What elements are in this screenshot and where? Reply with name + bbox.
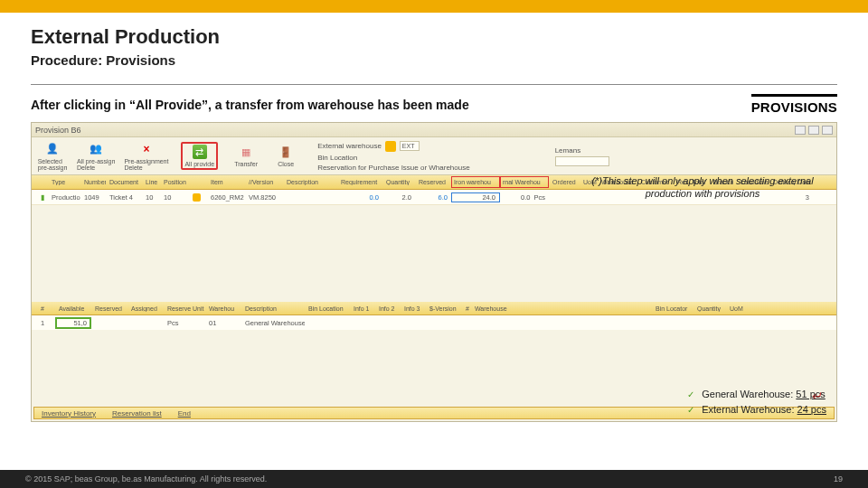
cell: Production bbox=[48, 193, 80, 202]
page-title: External Production bbox=[31, 25, 837, 49]
slide-footer: © 2015 SAP; beas Group, be.as Manufactur… bbox=[0, 470, 868, 488]
minimize-button[interactable] bbox=[795, 126, 806, 135]
cell: 2.0 bbox=[382, 193, 415, 202]
cell-icon bbox=[189, 193, 207, 202]
window-titlebar: Provision B6 bbox=[32, 123, 836, 137]
available-cell: 51,0 bbox=[73, 319, 87, 327]
col-h: Quantity bbox=[382, 179, 415, 185]
col-h: Warehouse bbox=[471, 305, 525, 312]
cell: 6260_RM2 bbox=[207, 193, 245, 202]
page-subtitle: Procedure: Provisions bbox=[31, 52, 837, 68]
reservation-list-button[interactable]: Reservation list bbox=[112, 409, 162, 418]
col-h: Bin Location bbox=[305, 305, 350, 312]
col-h: # bbox=[37, 305, 46, 312]
window-title: Provision B6 bbox=[35, 126, 81, 135]
col-h: Quantity bbox=[693, 305, 726, 312]
step-note: (*)This step will only apply when select… bbox=[585, 175, 820, 201]
lookup-icon[interactable] bbox=[193, 193, 201, 202]
copyright: © 2015 SAP; beas Group, be.as Manufactur… bbox=[25, 474, 267, 483]
transfer-label: Transfer bbox=[234, 161, 258, 167]
external-wh-qty: 24 pcs bbox=[797, 404, 826, 415]
col-h: Iron warehou bbox=[451, 176, 500, 188]
end-button[interactable]: End bbox=[178, 409, 191, 418]
maximize-button[interactable] bbox=[808, 126, 819, 135]
col-h: Assigned bbox=[127, 305, 164, 312]
col-h: Reserved bbox=[91, 305, 127, 312]
col-h: Ordered bbox=[549, 179, 580, 185]
preassignment-delete-button[interactable]: ×Pre-assignment Delete bbox=[124, 142, 168, 171]
bottom-grid-header: # Available Reserved Assigned Reserve Un… bbox=[32, 302, 836, 315]
check-icon: ✓ bbox=[687, 389, 694, 399]
slide-header: External Production Procedure: Provision… bbox=[0, 13, 868, 75]
preassignment-delete-label: Pre-assignment Delete bbox=[124, 158, 168, 171]
col-h: $-Version bbox=[426, 305, 462, 312]
reservation-label: Reservation for Purchase Issue or Whareh… bbox=[317, 164, 470, 172]
toolbar: 👤Selected pre-assign 👥All pre-assign Del… bbox=[32, 137, 836, 175]
transfer-arrows-icon: ⇄ bbox=[193, 145, 207, 159]
warehouse-fields: External warehouseEXT Bin Location Reser… bbox=[317, 141, 470, 172]
ext-wh-input[interactable]: EXT bbox=[400, 141, 420, 151]
col-h: Document bbox=[106, 179, 142, 185]
cell: 0.0 bbox=[521, 193, 530, 202]
person-icon: 👤 bbox=[45, 142, 60, 156]
page-number: 19 bbox=[834, 474, 843, 483]
col-h: Warehou bbox=[205, 305, 241, 312]
cell: 24.0 bbox=[482, 193, 495, 202]
inventory-history-button[interactable]: Inventory History bbox=[42, 409, 96, 418]
transfer-icon: ▦ bbox=[239, 145, 253, 159]
selected-preassign-button[interactable]: 👤Selected pre-assign bbox=[37, 142, 68, 171]
col-h: Number bbox=[80, 179, 106, 185]
col-h: Bin Locator bbox=[652, 305, 693, 312]
cell: Ticket 4 bbox=[106, 193, 142, 202]
cell: Pcs bbox=[533, 193, 545, 202]
col-h: Reserved bbox=[415, 179, 451, 185]
bin-loc-label: Bin Location bbox=[317, 154, 357, 162]
col-h: Requirement bbox=[337, 179, 382, 185]
col-h: Description bbox=[283, 179, 337, 185]
bottom-grid-row[interactable]: 1 51,0 Pcs 01 General Warehouse bbox=[32, 315, 836, 330]
door-icon: 🚪 bbox=[278, 145, 293, 159]
col-h: Position bbox=[160, 179, 189, 185]
divider bbox=[31, 84, 837, 85]
cell: General Warehouse bbox=[241, 319, 305, 327]
ext-wh-label: External warehouse bbox=[317, 142, 382, 150]
col-h: UoM bbox=[726, 305, 748, 312]
all-preassign-button[interactable]: 👥All pre-assign Delete bbox=[77, 142, 115, 171]
col-h: //Version bbox=[245, 179, 283, 185]
col-h: Description bbox=[241, 305, 305, 312]
general-wh-qty: 51 pcs bbox=[796, 389, 825, 399]
cell: 10 bbox=[142, 193, 160, 202]
close-button[interactable] bbox=[822, 126, 833, 135]
cell: 6.0 bbox=[415, 193, 451, 202]
col-h: Info 1 bbox=[350, 305, 375, 312]
general-wh-label: General Warehouse: bbox=[702, 389, 796, 399]
col-h: Type bbox=[48, 179, 80, 185]
col-h: Reserve Unit bbox=[164, 305, 205, 312]
ext-wh-value: EXT bbox=[401, 143, 415, 149]
all-provide-button[interactable]: ⇄All provide bbox=[181, 142, 218, 170]
col-h: Available bbox=[55, 305, 91, 312]
all-preassign-label: All pre-assign Delete bbox=[77, 158, 115, 171]
lookup-icon[interactable] bbox=[385, 141, 396, 152]
lemans-input[interactable] bbox=[555, 156, 609, 166]
results-block: ✓General Warehouse: 51 pcs ✓External War… bbox=[687, 389, 826, 419]
slide-top-bar bbox=[0, 0, 868, 13]
cell: 01 bbox=[205, 319, 241, 327]
selected-preassign-label: Selected pre-assign bbox=[38, 158, 68, 171]
flag-icon: ▮ bbox=[41, 193, 44, 202]
app-screenshot: Provision B6 👤Selected pre-assign 👥All p… bbox=[31, 122, 837, 422]
window-controls bbox=[795, 126, 833, 135]
col-h: Info 2 bbox=[375, 305, 401, 312]
external-wh-label: External Warehouse: bbox=[702, 404, 797, 415]
col-h: rnal Warehou bbox=[500, 176, 549, 188]
people-icon: 👥 bbox=[89, 142, 103, 156]
col-h: Line bbox=[142, 179, 160, 185]
close-toolbar-button[interactable]: 🚪Close bbox=[270, 145, 301, 167]
transfer-button[interactable]: ▦Transfer bbox=[231, 145, 261, 167]
check-icon: ✓ bbox=[687, 405, 694, 415]
col-h: Item bbox=[207, 179, 245, 185]
x-icon: × bbox=[139, 142, 154, 156]
col-h: # bbox=[462, 305, 471, 312]
cell: 10 bbox=[160, 193, 189, 202]
close-label: Close bbox=[278, 161, 294, 167]
